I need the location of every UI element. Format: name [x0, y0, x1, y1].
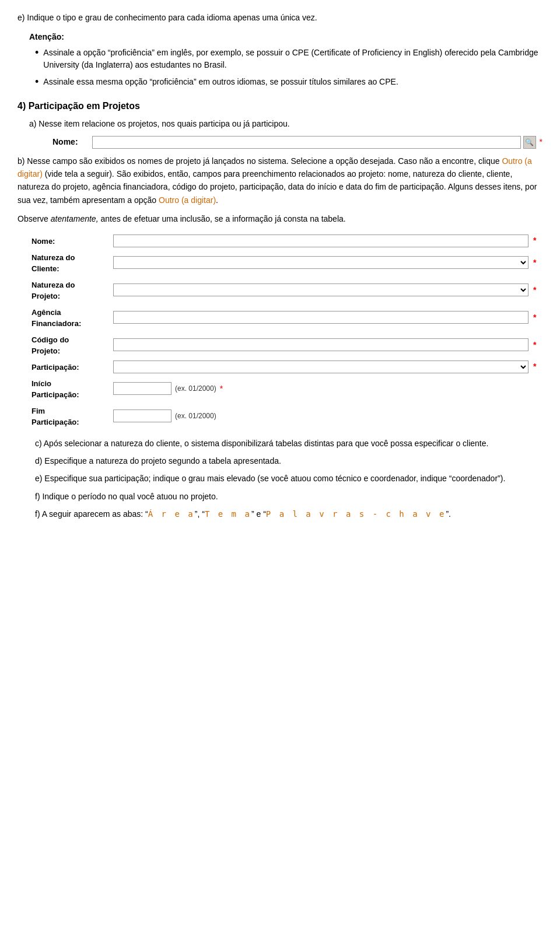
bullet-1: • Assinale a opção “proficiência” em ing…	[35, 47, 542, 71]
project-form-table: Nome: * Natureza doCliente: * Natureza d…	[29, 233, 542, 430]
item-f1: f) Indique o período no qual você atuou …	[35, 490, 542, 503]
bullet-dot-1: •	[35, 47, 38, 60]
input-cell-nome	[111, 233, 531, 249]
input-nome[interactable]	[113, 235, 528, 247]
nome-inline-row: Nome: 🔍 *	[52, 136, 542, 149]
nome-search-icon[interactable]: 🔍	[523, 136, 536, 149]
input-cell-codigo	[111, 331, 531, 359]
star-inicio: *	[220, 383, 223, 395]
input-agencia[interactable]	[113, 311, 528, 324]
star-codigo: *	[531, 331, 542, 359]
input-cell-agencia	[111, 304, 531, 331]
input-fim[interactable]	[113, 410, 172, 422]
bullet-2: • Assinale essa mesma opção “proficiênci…	[35, 76, 542, 89]
bullet-text-2: Assinale essa mesma opção “proficiência”…	[43, 76, 398, 88]
select-natureza-cliente[interactable]	[113, 256, 528, 269]
select-participacao[interactable]	[113, 360, 528, 373]
input-cell-natureza-cliente	[111, 249, 531, 276]
item-f2: f) A seguir aparecem as abas: “Á r e a”,…	[35, 508, 542, 520]
intro-line: e) Indique o tipo e grau de conhecimento…	[18, 12, 542, 24]
date-row-inicio: (ex. 01/2000) *	[113, 382, 528, 395]
label-nome: Nome:	[29, 233, 111, 249]
label-natureza-projeto: Natureza doProjeto:	[29, 276, 111, 304]
star-natureza-projeto: *	[531, 276, 542, 304]
form-row-natureza-cliente: Natureza doCliente: *	[29, 249, 542, 276]
label-natureza-cliente: Natureza doCliente:	[29, 249, 111, 276]
nome-inline-label: Nome:	[52, 136, 88, 148]
date-hint-inicio: (ex. 01/2000)	[175, 383, 216, 394]
input-cell-inicio: (ex. 01/2000) *	[111, 375, 531, 402]
date-row-fim: (ex. 01/2000)	[113, 410, 528, 422]
date-hint-fim: (ex. 01/2000)	[175, 411, 216, 421]
label-agencia: AgênciaFinanciadora:	[29, 304, 111, 331]
attention-block: Atenção: • Assinale a opção “proficiênci…	[29, 31, 542, 89]
star-natureza-cliente: *	[531, 249, 542, 276]
form-row-inicio: InícioParticipação: (ex. 01/2000) *	[29, 375, 542, 402]
bullet-text-1: Assinale a opção “proficiência” em inglê…	[43, 47, 542, 71]
bullet-dot-2: •	[35, 76, 38, 89]
link-outro-2: Outro (a digitar)	[159, 195, 216, 205]
form-row-natureza-projeto: Natureza doProjeto: *	[29, 276, 542, 304]
star-participacao: *	[531, 359, 542, 375]
observe-italic: atentamente,	[51, 214, 99, 223]
nome-required-star: *	[540, 136, 542, 148]
input-inicio[interactable]	[113, 382, 172, 395]
label-inicio: InícioParticipação:	[29, 375, 111, 402]
input-codigo[interactable]	[113, 338, 528, 351]
tab-palavras-chave: P a l a v r a s - c h a v e	[266, 509, 446, 519]
form-row-participacao: Participação: *	[29, 359, 542, 375]
star-cell-inicio	[531, 375, 542, 402]
select-natureza-projeto[interactable]	[113, 284, 528, 296]
item-e: e) Especifique sua participação; indique…	[35, 472, 542, 485]
form-row-fim: FimParticipação: (ex. 01/2000)	[29, 402, 542, 430]
input-cell-participacao	[111, 359, 531, 375]
form-row-codigo: Código doProjeto: *	[29, 331, 542, 359]
section4-title: 4) Participação em Projetos	[18, 99, 542, 113]
form-row-agencia: AgênciaFinanciadora: *	[29, 304, 542, 331]
input-cell-natureza-projeto	[111, 276, 531, 304]
star-agencia: *	[531, 304, 542, 331]
nome-inline-input[interactable]	[92, 136, 521, 149]
label-fim: FimParticipação:	[29, 402, 111, 430]
tab-tema: T e m a	[205, 509, 251, 519]
star-nome: *	[531, 233, 542, 249]
star-cell-fim	[531, 402, 542, 430]
observe-paragraph: Observe atentamente, antes de efetuar um…	[18, 212, 542, 225]
form-row-nome: Nome: *	[29, 233, 542, 249]
item-b: b) Nesse campo são exibidos os nomes de …	[18, 155, 542, 207]
item-d: d) Especifique a natureza do projeto seg…	[35, 454, 542, 467]
item-a: a) Nesse item relacione os projetos, nos…	[29, 118, 542, 130]
tab-area: Á r e a	[148, 509, 195, 519]
attention-title: Atenção:	[29, 31, 542, 43]
label-codigo: Código doProjeto:	[29, 331, 111, 359]
label-participacao: Participação:	[29, 359, 111, 375]
item-c: c) Após selecionar a natureza do cliente…	[35, 437, 542, 450]
input-cell-fim: (ex. 01/2000)	[111, 402, 531, 430]
